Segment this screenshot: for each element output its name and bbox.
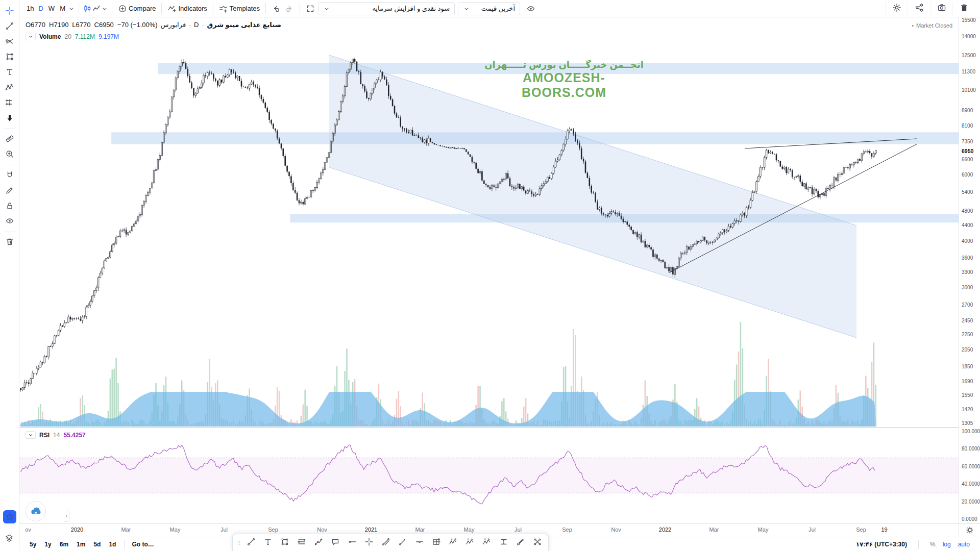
- undo-icon[interactable]: [272, 4, 281, 13]
- timeframe-button-d[interactable]: D: [36, 5, 45, 12]
- trend-line-tool-button[interactable]: [242, 535, 259, 550]
- abcd-pattern-tool-button[interactable]: AC: [461, 535, 478, 550]
- rsi-legend[interactable]: RSI 14 55.4257: [26, 431, 86, 439]
- magnet-tool[interactable]: [2, 168, 18, 183]
- brush-tool-button[interactable]: [512, 535, 529, 550]
- timeframe-chevron-down-icon[interactable]: [68, 5, 75, 12]
- price-mode-dropdown[interactable]: آخرین قیمت: [458, 2, 520, 15]
- zoom-in-tool[interactable]: [2, 147, 18, 162]
- time-axis-label: Sep: [268, 527, 278, 533]
- chart-settings-button[interactable]: [885, 2, 908, 15]
- share-icon: [915, 3, 924, 14]
- clock-label[interactable]: ۱۷:۴۶ (UTC+3:30): [856, 541, 907, 548]
- rectangle-tool-button[interactable]: [276, 535, 293, 550]
- parallel-channel-tool-button[interactable]: [293, 535, 310, 550]
- trend-angle-tool-button[interactable]: [377, 535, 394, 550]
- fullscreen-icon[interactable]: [306, 4, 315, 13]
- price-axis-label: 15500: [962, 17, 976, 23]
- symbol-legend[interactable]: صنایع غذایی مینو شرق · D · فرابورس O6770…: [26, 21, 281, 29]
- volume-value: 7.112M: [75, 33, 95, 40]
- object-tree-icon[interactable]: [5, 534, 15, 544]
- path-tool-button[interactable]: [310, 535, 327, 550]
- price-axis[interactable]: 1550014000125001130010100890081007350660…: [959, 0, 980, 523]
- candlestick-style-icon[interactable]: [83, 4, 92, 13]
- cursor-crosshair-tool[interactable]: [2, 4, 18, 19]
- indicators-label: Indicators: [178, 5, 207, 12]
- timeframe-button-m[interactable]: M: [57, 5, 68, 12]
- broker-logo-button[interactable]: [26, 501, 46, 521]
- arrow-marker-tool[interactable]: [2, 111, 18, 126]
- xabcd-pattern-tool-button[interactable]: AE: [478, 535, 495, 550]
- long-position-tool-button[interactable]: [428, 535, 445, 550]
- range-button-5y[interactable]: 5y: [26, 541, 40, 548]
- ruler-tool[interactable]: [2, 132, 18, 147]
- remove-drawings-tool[interactable]: [2, 235, 18, 250]
- log-scale-button[interactable]: log: [943, 541, 951, 548]
- rsi-label: RSI: [39, 432, 50, 439]
- timeframe-button-w[interactable]: W: [46, 5, 57, 12]
- horizontal-ray-tool-button[interactable]: [344, 535, 360, 550]
- time-axis-label: 19: [881, 527, 887, 533]
- text-tool-button[interactable]: [259, 535, 276, 550]
- price-mode-dropdown-value: آخرین قیمت: [481, 5, 515, 12]
- templates-label: Templates: [230, 5, 260, 12]
- watermark-persian-line: انجــمن خبرگـــــان بورس تـــــهران: [482, 59, 646, 70]
- prediction-measure-tool[interactable]: [2, 95, 18, 111]
- range-button-1m[interactable]: 1m: [72, 541, 89, 548]
- hide-drawings-tool[interactable]: [2, 214, 18, 229]
- callout-tool-button[interactable]: [327, 535, 344, 550]
- favorites-star-button[interactable]: [3, 510, 16, 523]
- compare-icon: [118, 4, 127, 13]
- templates-button[interactable]: Templates: [217, 4, 262, 13]
- time-axis-label: ov: [25, 527, 31, 533]
- indicators-button[interactable]: Indicators: [165, 4, 209, 13]
- abcd-icon: AC: [465, 537, 475, 548]
- pencil-icon: [5, 186, 14, 196]
- patterns-tool[interactable]: [2, 80, 18, 95]
- elliott-wave-tool-button[interactable]: 15: [445, 535, 461, 550]
- trend-line-tool[interactable]: [2, 19, 18, 34]
- theme-sun-icon[interactable]: [965, 525, 974, 535]
- time-axis-label: Mar: [121, 527, 131, 533]
- angle-icon: [381, 537, 390, 548]
- arrow-tool-button[interactable]: [394, 535, 411, 550]
- delete-button[interactable]: [952, 2, 975, 15]
- time-axis-label: Sep: [562, 527, 572, 533]
- goto-button[interactable]: Go to…: [129, 541, 157, 548]
- legend-timeframe[interactable]: D: [194, 21, 199, 29]
- adjustments-dropdown-value: سود نقدی و افزایش سرمایه: [372, 5, 450, 12]
- pitchfork-tool-button[interactable]: [529, 535, 546, 550]
- interval-button[interactable]: 1h: [24, 5, 36, 12]
- snapshot-camera-button[interactable]: [930, 2, 952, 15]
- price-axis-label: 1305: [962, 420, 973, 426]
- symbol-title[interactable]: صنایع غذایی مینو شرق: [207, 21, 281, 29]
- geometric-shapes-tool[interactable]: [2, 49, 18, 65]
- visibility-eye-icon[interactable]: [526, 4, 535, 13]
- gann-fibonacci-tool[interactable]: [2, 34, 18, 49]
- compare-button[interactable]: Compare: [116, 4, 158, 13]
- adjustments-dropdown[interactable]: سود نقدی و افزایش سرمایه: [318, 2, 455, 15]
- range-button-1d[interactable]: 1d: [105, 541, 120, 548]
- line-style-icon[interactable]: [92, 4, 101, 13]
- svg-text:E: E: [488, 537, 490, 540]
- style-chevron-down-icon[interactable]: [101, 5, 108, 12]
- rsi-collapse-button[interactable]: [26, 431, 36, 439]
- text-tool[interactable]: [2, 65, 18, 80]
- horizontal-line-tool-button[interactable]: [411, 535, 428, 550]
- lock-drawings-tool[interactable]: [2, 198, 18, 214]
- percent-scale-button[interactable]: %: [930, 541, 936, 548]
- drag-handle[interactable]: [235, 535, 242, 550]
- range-button-1y[interactable]: 1y: [40, 541, 55, 548]
- stay-in-drawing-mode-tool[interactable]: [2, 183, 18, 198]
- favorites-collapse-handle[interactable]: ‹: [64, 510, 69, 522]
- date-price-range-tool-button[interactable]: [495, 535, 512, 550]
- share-button[interactable]: [908, 2, 930, 15]
- auto-scale-button[interactable]: auto: [958, 541, 970, 548]
- volume-legend[interactable]: Volume 20 7.112M 9.197M: [26, 33, 119, 40]
- range-button-6m[interactable]: 6m: [56, 541, 72, 548]
- toolbar-divider: [918, 540, 919, 549]
- volume-collapse-button[interactable]: [26, 33, 36, 40]
- cross-line-tool-button[interactable]: [360, 535, 377, 550]
- range-button-5d[interactable]: 5d: [89, 541, 105, 548]
- redo-icon[interactable]: [285, 4, 294, 13]
